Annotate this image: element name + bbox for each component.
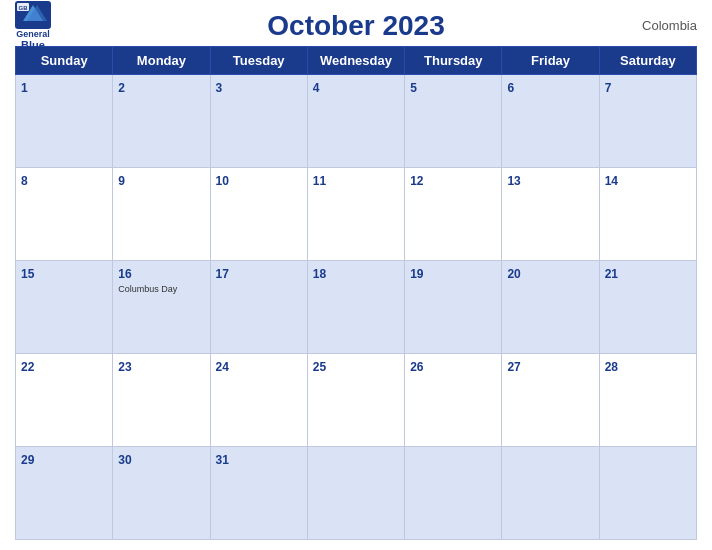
calendar-cell: 25 (307, 354, 404, 447)
calendar-cell: 6 (502, 75, 599, 168)
calendar-cell: 14 (599, 168, 696, 261)
day-number: 29 (21, 453, 34, 467)
event-label: Columbus Day (118, 284, 204, 294)
calendar-week-row: 1234567 (16, 75, 697, 168)
header-friday: Friday (502, 47, 599, 75)
day-number: 8 (21, 174, 28, 188)
weekday-header-row: Sunday Monday Tuesday Wednesday Thursday… (16, 47, 697, 75)
day-number: 12 (410, 174, 423, 188)
calendar-cell: 26 (405, 354, 502, 447)
calendar-cell: 3 (210, 75, 307, 168)
day-number: 11 (313, 174, 326, 188)
calendar-cell: 2 (113, 75, 210, 168)
calendar-cell: 30 (113, 447, 210, 540)
calendar-cell: 13 (502, 168, 599, 261)
day-number: 23 (118, 360, 131, 374)
day-number: 6 (507, 81, 514, 95)
day-number: 26 (410, 360, 423, 374)
calendar-cell (599, 447, 696, 540)
calendar-cell: 11 (307, 168, 404, 261)
calendar-cell: 27 (502, 354, 599, 447)
day-number: 18 (313, 267, 326, 281)
day-number: 15 (21, 267, 34, 281)
calendar-cell: 10 (210, 168, 307, 261)
calendar-week-row: 1516Columbus Day1718192021 (16, 261, 697, 354)
header-thursday: Thursday (405, 47, 502, 75)
calendar-title: October 2023 (267, 10, 444, 42)
day-number: 4 (313, 81, 320, 95)
calendar-cell (502, 447, 599, 540)
calendar-cell: 19 (405, 261, 502, 354)
calendar-cell (405, 447, 502, 540)
calendar-cell: 29 (16, 447, 113, 540)
calendar-cell: 7 (599, 75, 696, 168)
calendar-cell: 17 (210, 261, 307, 354)
calendar-week-row: 891011121314 (16, 168, 697, 261)
day-number: 5 (410, 81, 417, 95)
header-wednesday: Wednesday (307, 47, 404, 75)
calendar-cell: 28 (599, 354, 696, 447)
logo-blue-text: Blue (21, 39, 45, 51)
calendar-cell: 21 (599, 261, 696, 354)
calendar-cell (307, 447, 404, 540)
calendar-cell: 9 (113, 168, 210, 261)
logo: GB General Blue (15, 1, 51, 52)
calendar-cell: 24 (210, 354, 307, 447)
country-label: Colombia (642, 18, 697, 33)
calendar-cell: 16Columbus Day (113, 261, 210, 354)
calendar-cell: 15 (16, 261, 113, 354)
logo-general-text: General (16, 30, 50, 40)
day-number: 22 (21, 360, 34, 374)
day-number: 9 (118, 174, 125, 188)
day-number: 1 (21, 81, 28, 95)
header-saturday: Saturday (599, 47, 696, 75)
calendar-week-row: 22232425262728 (16, 354, 697, 447)
svg-text:GB: GB (19, 5, 29, 11)
day-number: 24 (216, 360, 229, 374)
calendar-cell: 22 (16, 354, 113, 447)
calendar-header: GB General Blue October 2023 Colombia (15, 10, 697, 42)
calendar-cell: 5 (405, 75, 502, 168)
header-monday: Monday (113, 47, 210, 75)
calendar-cell: 18 (307, 261, 404, 354)
calendar-week-row: 293031 (16, 447, 697, 540)
day-number: 25 (313, 360, 326, 374)
calendar-cell: 31 (210, 447, 307, 540)
calendar-cell: 4 (307, 75, 404, 168)
day-number: 16 (118, 267, 131, 281)
day-number: 27 (507, 360, 520, 374)
day-number: 28 (605, 360, 618, 374)
day-number: 7 (605, 81, 612, 95)
day-number: 20 (507, 267, 520, 281)
calendar-table: Sunday Monday Tuesday Wednesday Thursday… (15, 46, 697, 540)
day-number: 14 (605, 174, 618, 188)
day-number: 2 (118, 81, 125, 95)
calendar-cell: 12 (405, 168, 502, 261)
day-number: 30 (118, 453, 131, 467)
header-tuesday: Tuesday (210, 47, 307, 75)
day-number: 10 (216, 174, 229, 188)
day-number: 21 (605, 267, 618, 281)
day-number: 3 (216, 81, 223, 95)
calendar-cell: 1 (16, 75, 113, 168)
calendar-cell: 23 (113, 354, 210, 447)
calendar-cell: 20 (502, 261, 599, 354)
day-number: 19 (410, 267, 423, 281)
day-number: 13 (507, 174, 520, 188)
day-number: 17 (216, 267, 229, 281)
day-number: 31 (216, 453, 229, 467)
calendar-cell: 8 (16, 168, 113, 261)
